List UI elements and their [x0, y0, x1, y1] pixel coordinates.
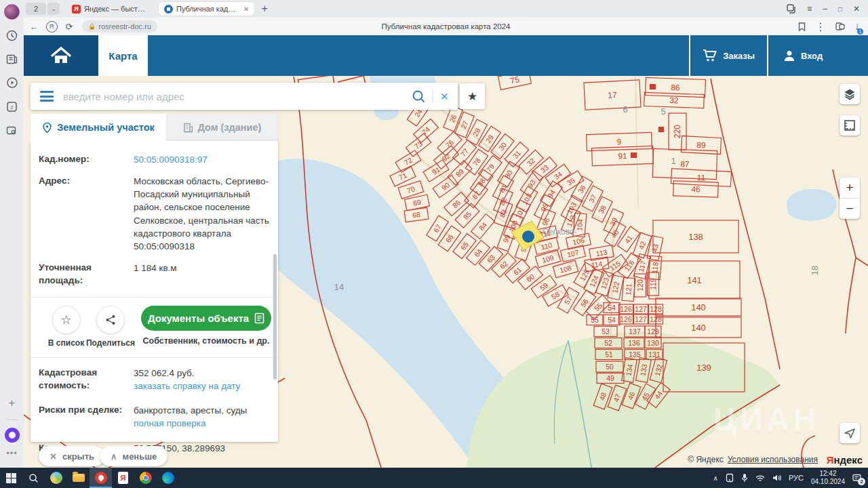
back-icon[interactable]: ← [26, 22, 41, 32]
yandex-logo[interactable]: Яндекс [827, 454, 863, 466]
parcel[interactable]: 109 [535, 250, 560, 268]
parcel[interactable]: 66 [438, 226, 460, 251]
parcel[interactable]: 76 [437, 131, 462, 156]
parcel[interactable]: 131 [646, 350, 663, 360]
menu-icon[interactable]: ≡ [807, 4, 812, 14]
parcel[interactable]: 55 [587, 315, 603, 325]
parcel[interactable]: 140 [656, 298, 741, 316]
sidebar-more-icon[interactable]: ••• [6, 448, 18, 458]
tab-cadastral-map[interactable]: Публичная кадастров... ✕ [159, 2, 254, 16]
layers-button[interactable] [840, 84, 860, 104]
yandex-app-button[interactable]: Я [112, 468, 134, 488]
menu-burger-icon[interactable] [40, 91, 54, 102]
parcel[interactable]: 79 [479, 155, 502, 180]
maximize-button[interactable]: □ [838, 5, 842, 13]
parcel[interactable]: 56 [573, 290, 595, 316]
close-button[interactable]: ✕ [853, 4, 860, 14]
yandex-browser-button[interactable] [90, 468, 112, 488]
parcel[interactable]: 65 [453, 233, 476, 258]
parcel[interactable]: 127 [634, 314, 648, 324]
downloads-icon[interactable]: ↓1 [854, 20, 860, 33]
network-icon[interactable] [755, 474, 765, 482]
tab-land-parcel[interactable]: Земельный участок [31, 114, 166, 141]
cadastral-number-link[interactable]: 50:05:0090318:97 [134, 153, 273, 166]
new-tab-button[interactable]: + [261, 3, 267, 15]
add-to-list-button[interactable]: ☆ [52, 306, 81, 334]
home-button[interactable] [24, 35, 98, 76]
parcel[interactable]: 62 [492, 253, 516, 277]
tab-counter[interactable]: 2 [26, 3, 46, 15]
feed-icon[interactable] [4, 51, 20, 67]
collapse-panel-button[interactable]: ∧меньше [100, 446, 167, 466]
parcel[interactable]: 17 [584, 80, 641, 110]
file-explorer-button[interactable] [67, 468, 90, 488]
favorites-button[interactable]: ★ [460, 83, 485, 109]
app-shortcut[interactable] [45, 468, 67, 488]
extensions-icon[interactable] [835, 22, 845, 30]
sidebar-add-icon[interactable]: + [4, 395, 20, 411]
parcel[interactable]: 126 [619, 314, 633, 324]
collections-icon[interactable] [787, 4, 796, 14]
parcel[interactable]: 128 [649, 314, 663, 324]
parcel[interactable]: 54 [604, 315, 620, 325]
parcel[interactable]: 118 [648, 256, 662, 279]
parcel[interactable]: 89 [681, 136, 721, 154]
chrome-button[interactable] [134, 468, 157, 488]
language-indicator[interactable]: РУС [789, 474, 804, 482]
parcel[interactable]: 138 [653, 220, 738, 253]
tabs-dropdown-icon[interactable]: ⌄ [47, 3, 60, 15]
map-canvas[interactable]: 138141140140139 242627282930313233343536… [24, 76, 868, 468]
video-icon[interactable] [4, 75, 20, 91]
zoom-in-button[interactable]: + [840, 178, 860, 199]
orders-button[interactable]: Заказы [689, 35, 767, 76]
refresh-icon[interactable]: ⟳ [62, 22, 77, 32]
profile-avatar[interactable] [4, 4, 20, 20]
login-button[interactable]: Вход [767, 35, 868, 76]
parcel[interactable]: 127 [634, 304, 648, 314]
search-icon[interactable] [412, 89, 426, 104]
notifications-icon[interactable]: 2 [852, 474, 861, 483]
parcel[interactable]: 32 [644, 92, 705, 108]
parcel[interactable]: 84 [471, 214, 495, 239]
url-field[interactable]: 🔒 rosreestr-doc.ru [82, 20, 157, 33]
taskbar-search-button[interactable] [22, 468, 45, 488]
tabs-panel-icon[interactable]: 2 [4, 98, 20, 115]
more-icon[interactable]: ⋮ [815, 20, 826, 33]
clear-search-icon[interactable]: × [440, 89, 448, 104]
volume-icon[interactable] [772, 474, 781, 482]
zoom-out-button[interactable]: − [840, 199, 860, 219]
clock[interactable]: 12:4204.10.2024 [811, 470, 845, 487]
object-documents-button[interactable]: Документы объекта [141, 306, 271, 331]
yandex-home-icon[interactable]: Я [44, 21, 59, 33]
parcel[interactable]: 120 [635, 274, 646, 297]
parcel[interactable]: 121 [622, 277, 635, 301]
locate-button[interactable] [840, 423, 860, 443]
hide-panel-button[interactable]: ✕скрыть [39, 446, 105, 466]
parcel[interactable]: 68 [404, 207, 429, 222]
tab-building[interactable]: Дом (здание) [166, 114, 278, 141]
alice-assistant-icon[interactable] [5, 428, 20, 443]
tab-close-icon[interactable]: ✕ [243, 5, 249, 13]
parcel[interactable]: 46 [673, 181, 719, 197]
parcel[interactable]: 64 [467, 241, 490, 266]
parcel[interactable]: 33 [532, 157, 557, 181]
parcel[interactable]: 220 [669, 113, 686, 150]
parcel[interactable]: 75 [498, 76, 531, 90]
tab-yandex-search[interactable]: Я Яндекс — быстрый поиск [66, 2, 152, 16]
search-input[interactable] [62, 90, 412, 103]
parcel[interactable]: 11 [671, 169, 731, 187]
nav-tab-map[interactable]: Карта [98, 35, 148, 76]
start-button[interactable] [0, 468, 22, 488]
parcel[interactable]: 141 [649, 261, 740, 299]
phone-link-icon[interactable] [726, 473, 734, 483]
parcel[interactable]: 63 [479, 247, 502, 272]
parcel[interactable]: 72 [395, 150, 421, 172]
microphone-icon[interactable] [741, 473, 748, 483]
share-button[interactable] [96, 306, 125, 334]
full-check-link[interactable]: полная проверка [134, 418, 206, 428]
bookmark-icon[interactable] [798, 22, 806, 31]
parcel[interactable]: 128 [649, 304, 663, 314]
parcel[interactable]: 95 [534, 195, 555, 220]
parcel[interactable]: 126 [619, 304, 633, 314]
parcel[interactable]: 130 [645, 338, 661, 348]
